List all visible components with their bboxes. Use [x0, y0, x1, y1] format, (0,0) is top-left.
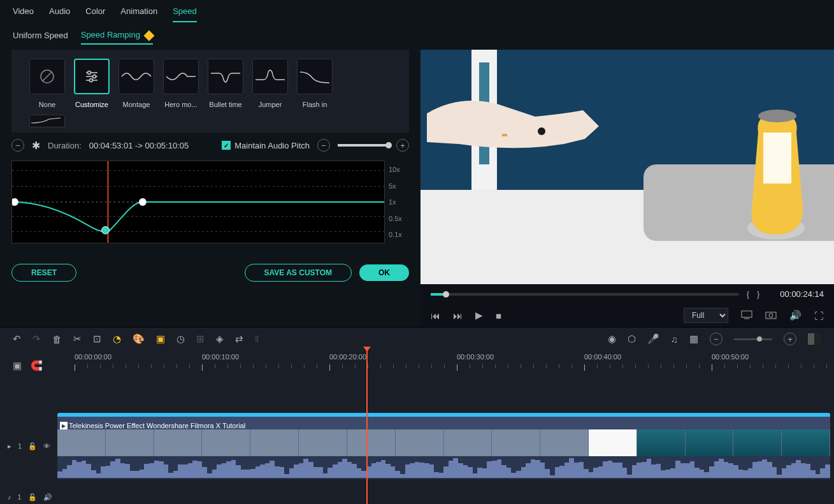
zoom-slider[interactable] — [338, 144, 389, 147]
maintain-pitch-checkbox[interactable]: ✓ — [222, 141, 231, 150]
speed-subtabs: Uniform Speed Speed Ramping — [0, 22, 834, 50]
preset-montage[interactable] — [119, 59, 154, 94]
preview-toolbar: ⏮ ⏭ ▶ ■ Full 🔊 ⛶ — [421, 304, 834, 327]
display-icon[interactable] — [741, 310, 752, 321]
clip-thumbnails — [57, 429, 830, 456]
preset-hero-moment[interactable] — [163, 59, 199, 94]
tab-animation[interactable]: Animation — [120, 6, 157, 22]
preset-none-label: None — [39, 101, 55, 108]
magnet-icon[interactable]: 🧲 — [31, 360, 43, 371]
tab-color[interactable]: Color — [85, 6, 105, 22]
sliders-icon — [83, 68, 101, 85]
delete-icon[interactable]: 🗑 — [52, 334, 62, 345]
mixer-icon[interactable]: ♫ — [671, 334, 678, 345]
save-as-custom-button[interactable]: SAVE AS CUSTOM — [245, 264, 352, 282]
audio-lock-icon[interactable]: 🔓 — [28, 493, 37, 501]
svg-point-15 — [102, 226, 110, 234]
mark-40: 00:00:40:00 — [584, 353, 621, 361]
preview-scrub-bar[interactable] — [431, 293, 739, 296]
timeline-zoom-in[interactable]: + — [784, 333, 796, 345]
brace-left: { — [747, 289, 749, 299]
compare-toggle-icon[interactable] — [808, 333, 821, 345]
video-clip[interactable]: ▶ Telekinesis Power Effect Wondershare F… — [57, 413, 830, 479]
fullscreen-icon[interactable]: ⛶ — [814, 310, 824, 321]
bullet-curve-icon — [210, 67, 241, 86]
preset-none[interactable] — [29, 59, 65, 94]
preview-viewport[interactable] — [421, 50, 834, 284]
preset-customize[interactable] — [74, 59, 110, 94]
split-icon[interactable]: ✂ — [73, 333, 82, 345]
redo-icon[interactable]: ↷ — [32, 333, 41, 345]
preview-timecode: 00:00:24:14 — [780, 289, 824, 299]
tab-video[interactable]: Video — [13, 6, 34, 22]
volume-icon[interactable]: 🔊 — [789, 310, 802, 321]
render-icon[interactable]: ◉ — [608, 333, 616, 345]
timeline-ruler[interactable]: 00:00:00:00 00:00:10:00 00:00:20:00 00:0… — [75, 353, 834, 378]
preset-jumper-label: Jumper — [259, 101, 282, 108]
stop-icon[interactable]: ■ — [496, 310, 501, 321]
preset-jumper[interactable] — [252, 59, 288, 94]
adjust-icon[interactable]: ⇄ — [235, 333, 243, 345]
zoom-out-button[interactable]: − — [317, 139, 330, 152]
next-frame-icon[interactable]: ⏭ — [453, 310, 463, 321]
label-1x: 1x — [389, 198, 409, 206]
visibility-icon[interactable]: 👁 — [43, 442, 50, 450]
ok-button[interactable]: OK — [359, 264, 409, 281]
tab-speed[interactable]: Speed — [173, 6, 197, 22]
thumbnail-icon[interactable]: ▦ — [689, 333, 698, 345]
ramp-curve-editor[interactable] — [11, 161, 385, 243]
tab-audio[interactable]: Audio — [49, 6, 70, 22]
color-icon[interactable]: 🎨 — [133, 333, 145, 345]
mark-0: 00:00:00:00 — [75, 353, 111, 361]
freeze-frame-icon[interactable]: ✱ — [32, 140, 40, 152]
keyframe-icon[interactable]: ◈ — [216, 333, 224, 345]
svg-point-26 — [758, 110, 796, 122]
text-effect-icon[interactable]: ▣ — [156, 333, 165, 345]
crop-icon[interactable]: ⊡ — [93, 333, 101, 345]
remove-keyframe-button[interactable]: − — [11, 139, 24, 152]
preset-hero-label: Hero mo... — [164, 101, 197, 108]
speed-panel: None Customize Montage — [0, 50, 421, 327]
lock-icon[interactable]: 🔓 — [28, 442, 37, 450]
duration-icon[interactable]: ◷ — [176, 333, 185, 345]
preset-flash-in[interactable] — [297, 59, 333, 94]
preview-quality-select[interactable]: Full — [684, 308, 728, 323]
svg-rect-25 — [763, 133, 791, 184]
play-icon[interactable]: ▶ — [475, 310, 483, 321]
label-05x: 0.5x — [389, 215, 409, 222]
timeline-header: ▣ 🧲 00:00:00:00 00:00:10:00 00:00:20:00 … — [0, 350, 834, 378]
timeline-zoom-slider[interactable] — [734, 338, 772, 340]
preview-panel: { } 00:00:24:14 ⏮ ⏭ ▶ ■ Full 🔊 ⛶ — [421, 50, 834, 327]
prev-frame-icon[interactable]: ⏮ — [431, 310, 440, 321]
preset-flash-out[interactable] — [29, 115, 65, 127]
subtab-uniform-speed[interactable]: Uniform Speed — [13, 31, 68, 44]
action-buttons: RESET SAVE AS CUSTOM OK — [0, 250, 421, 289]
undo-icon[interactable]: ↶ — [13, 333, 21, 345]
speed-icon[interactable]: ◔ — [113, 333, 121, 345]
preview-scrub-row: { } 00:00:24:14 — [421, 284, 834, 304]
flashout-curve-icon — [30, 115, 62, 126]
brace-right: } — [757, 289, 759, 299]
subtab-speed-ramping[interactable]: Speed Ramping — [81, 30, 153, 45]
timeline-playhead[interactable] — [366, 350, 368, 504]
none-icon — [38, 68, 56, 85]
svg-line-1 — [43, 72, 52, 81]
marker-icon[interactable]: ⬡ — [628, 333, 636, 345]
svg-point-3 — [88, 71, 91, 75]
mark-20: 00:00:20:00 — [329, 353, 366, 361]
preset-bullet-time[interactable] — [208, 59, 243, 94]
fit-icon[interactable]: ⊞ — [196, 333, 205, 345]
audio-wave-icon[interactable]: ⦀ — [255, 333, 259, 345]
timeline-menu-icon[interactable]: ▣ — [13, 360, 22, 371]
video-track-label: ▸ 1 🔓 👁 — [0, 442, 57, 450]
svg-point-14 — [12, 198, 18, 206]
clip-play-icon: ▶ — [60, 422, 68, 429]
reset-button[interactable]: RESET — [11, 264, 76, 282]
preset-flashin-label: Flash in — [303, 101, 327, 108]
hero-curve-icon — [165, 67, 197, 86]
snapshot-icon[interactable] — [765, 310, 777, 321]
voiceover-icon[interactable]: 🎤 — [647, 333, 659, 345]
zoom-in-button[interactable]: + — [396, 139, 409, 152]
timeline-zoom-out[interactable]: − — [710, 333, 723, 345]
audio-mute-icon[interactable]: 🔊 — [43, 493, 52, 501]
